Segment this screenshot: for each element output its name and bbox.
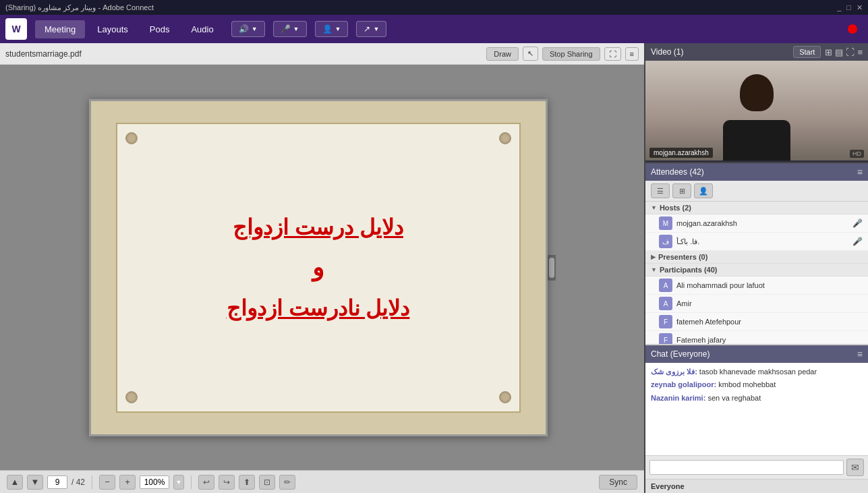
participants-group-header[interactable]: ▼ Participants (40) bbox=[645, 264, 868, 277]
menu-item-audio[interactable]: Audio bbox=[181, 20, 223, 38]
screw-top-left bbox=[125, 132, 138, 144]
attendees-list: ▼ Hosts (2) M mojgan.azarakhsh 🎤 ف فا. ب… bbox=[645, 202, 868, 344]
maximize-btn[interactable]: □ bbox=[846, 3, 851, 12]
pdf-slide: دلایل درست ازدواج و دلایل نادرست ازدواج bbox=[116, 123, 521, 413]
video-title-label: Video (1) bbox=[651, 47, 789, 57]
zoom-value-input[interactable] bbox=[140, 475, 169, 489]
app-logo: W bbox=[5, 18, 27, 40]
chat-send-btn[interactable]: ✉ bbox=[846, 459, 864, 476]
menu-item-pods[interactable]: Pods bbox=[140, 20, 179, 38]
chat-input-area: ✉ bbox=[645, 455, 868, 479]
attendees-grid-view-btn[interactable]: ⊞ bbox=[672, 183, 691, 198]
attendee-host-1: M mojgan.azarakhsh 🎤 bbox=[645, 214, 868, 233]
audio-toolbar-group: 🔊 ▼ bbox=[231, 21, 265, 37]
chat-text-2: kmbod mohebbat bbox=[718, 380, 776, 388]
chat-text-1: tasob khanevade makhsosan pedar bbox=[699, 368, 817, 376]
sync-btn[interactable]: Sync bbox=[599, 475, 637, 490]
hosts-group-header[interactable]: ▼ Hosts (2) bbox=[645, 202, 868, 214]
chat-section: Chat (Everyone) ≡ فلا برزوی شک: tasob kh… bbox=[645, 345, 868, 493]
person-head bbox=[740, 74, 774, 111]
titlebar-controls[interactable]: _ □ ✕ bbox=[837, 3, 863, 12]
stop-sharing-btn[interactable]: Stop Sharing bbox=[542, 47, 600, 61]
attendees-section: Attendees (42) ≡ ☰ ⊞ 👤 ▼ Hosts (2) M bbox=[645, 163, 868, 345]
attendee-participant-3: F fatemeh Atefehpour bbox=[645, 313, 868, 331]
pdf-scrollbar-handle[interactable] bbox=[549, 258, 554, 278]
audio-dropdown-arrow: ▼ bbox=[252, 26, 258, 32]
video-options-icon[interactable]: ≡ bbox=[857, 47, 863, 57]
recording-indicator bbox=[848, 24, 857, 34]
participant1-avatar: A bbox=[659, 279, 672, 292]
participant4-avatar: F bbox=[659, 333, 672, 344]
chat-header: Chat (Everyone) ≡ bbox=[645, 345, 868, 363]
chat-sender-3: Nazanin karimi: bbox=[651, 394, 705, 402]
menu-item-meeting[interactable]: Meeting bbox=[35, 20, 85, 38]
fit-btn[interactable]: ⊡ bbox=[259, 475, 275, 490]
chat-title-label: Chat (Everyone) bbox=[651, 349, 857, 359]
presenters-arrow-icon: ▶ bbox=[651, 254, 656, 260]
attendees-detail-view-btn[interactable]: 👤 bbox=[694, 183, 713, 198]
attendees-list-view-btn[interactable]: ☰ bbox=[651, 183, 670, 198]
participant4-name: Fatemeh jafary bbox=[676, 336, 863, 344]
video-feed: mojgan.azarakhsh HD bbox=[645, 61, 868, 161]
audio-btn[interactable]: 🔊 ▼ bbox=[231, 21, 265, 37]
participant3-name: fatemeh Atefehpour bbox=[676, 318, 863, 326]
share-btn[interactable]: ↗ ▼ bbox=[356, 21, 386, 37]
chat-sender-2: zeynab golalipoor: bbox=[651, 380, 716, 388]
attendees-title-label: Attendees (42) bbox=[651, 167, 855, 177]
close-btn[interactable]: ✕ bbox=[857, 3, 863, 12]
video-icons: ⊞ ▤ ⛶ ≡ bbox=[825, 47, 863, 57]
camera-btn[interactable]: 👤 ▼ bbox=[315, 21, 349, 37]
menubar: W Meeting Layouts Pods Audio 🔊 ▼ 🎤 ▼ 👤 ▼… bbox=[0, 15, 868, 43]
next-page-btn[interactable]: ▼ bbox=[27, 475, 43, 490]
chat-input[interactable] bbox=[649, 460, 844, 475]
camera-toolbar-group: 👤 ▼ bbox=[315, 21, 349, 37]
host2-mic-icon: 🎤 bbox=[852, 237, 863, 246]
page-number-input[interactable] bbox=[47, 475, 67, 489]
hd-badge: HD bbox=[850, 150, 864, 158]
mic-btn[interactable]: 🎤 ▼ bbox=[273, 21, 307, 37]
zoom-dropdown-btn[interactable]: ▼ bbox=[173, 475, 184, 490]
pointer-btn[interactable]: ↖ bbox=[523, 47, 538, 61]
host1-mic-icon: 🎤 bbox=[852, 219, 863, 228]
fullscreen-btn[interactable]: ⛶ bbox=[604, 47, 621, 61]
main-layout: studentsmarriage.pdf Draw ↖ Stop Sharing… bbox=[0, 43, 868, 493]
slide-text-line2: دلایل نادرست ازدواج bbox=[227, 295, 410, 321]
video-start-btn[interactable]: Start bbox=[793, 46, 821, 58]
screw-bottom-right bbox=[499, 391, 511, 403]
menubar-right bbox=[848, 24, 863, 34]
attendees-view-btns: ☰ ⊞ 👤 bbox=[645, 181, 868, 202]
redo-btn[interactable]: ↪ bbox=[219, 475, 235, 490]
zoom-out-btn[interactable]: − bbox=[99, 475, 115, 490]
page-total-label: / 42 bbox=[71, 477, 85, 487]
chat-message-2: zeynab golalipoor: kmbod mohebbat bbox=[651, 380, 863, 390]
video-grid-icon[interactable]: ⊞ bbox=[825, 47, 832, 57]
chat-message-1: فلا برزوی شک: tasob khanevade makhsosan … bbox=[651, 367, 863, 377]
pdf-scrollbar[interactable] bbox=[548, 255, 556, 281]
attendee-host-2: ف فا. باکـأ. 🎤 bbox=[645, 233, 868, 251]
minimize-btn[interactable]: _ bbox=[837, 3, 841, 12]
participant2-avatar: A bbox=[659, 297, 672, 310]
presenters-group-header[interactable]: ▶ Presenters (0) bbox=[645, 251, 868, 264]
draw-tool-btn[interactable]: ✏ bbox=[279, 475, 295, 490]
upload-btn[interactable]: ⬆ bbox=[239, 475, 255, 490]
video-name-badge: mojgan.azarakhsh bbox=[649, 148, 713, 158]
zoom-in-btn[interactable]: + bbox=[119, 475, 136, 490]
undo-btn[interactable]: ↩ bbox=[198, 475, 214, 490]
host1-name: mojgan.azarakhsh bbox=[676, 219, 848, 227]
menu-item-layouts[interactable]: Layouts bbox=[88, 20, 138, 38]
video-layout-icon[interactable]: ▤ bbox=[835, 47, 843, 57]
share-dropdown-arrow: ▼ bbox=[373, 26, 379, 32]
sharing-options-btn[interactable]: ≡ bbox=[625, 47, 639, 61]
video-fullscreen-icon[interactable]: ⛶ bbox=[846, 47, 855, 57]
chat-everyone-bar: Everyone bbox=[645, 479, 868, 493]
attendee-participant-4: F Fatemeh jafary bbox=[645, 331, 868, 344]
camera-dropdown-arrow: ▼ bbox=[335, 26, 341, 32]
attendee-participant-2: A Amir bbox=[645, 295, 868, 313]
chat-options-icon[interactable]: ≡ bbox=[857, 349, 863, 359]
attendees-options-icon[interactable]: ≡ bbox=[857, 167, 863, 177]
chat-message-3: Nazanin karimi: sen va reghabat bbox=[651, 393, 863, 403]
video-header: Video (1) Start ⊞ ▤ ⛶ ≡ bbox=[645, 43, 868, 61]
draw-btn[interactable]: Draw bbox=[486, 47, 519, 61]
prev-page-btn[interactable]: ▲ bbox=[7, 475, 23, 490]
slide-text-connector: و bbox=[312, 254, 324, 282]
